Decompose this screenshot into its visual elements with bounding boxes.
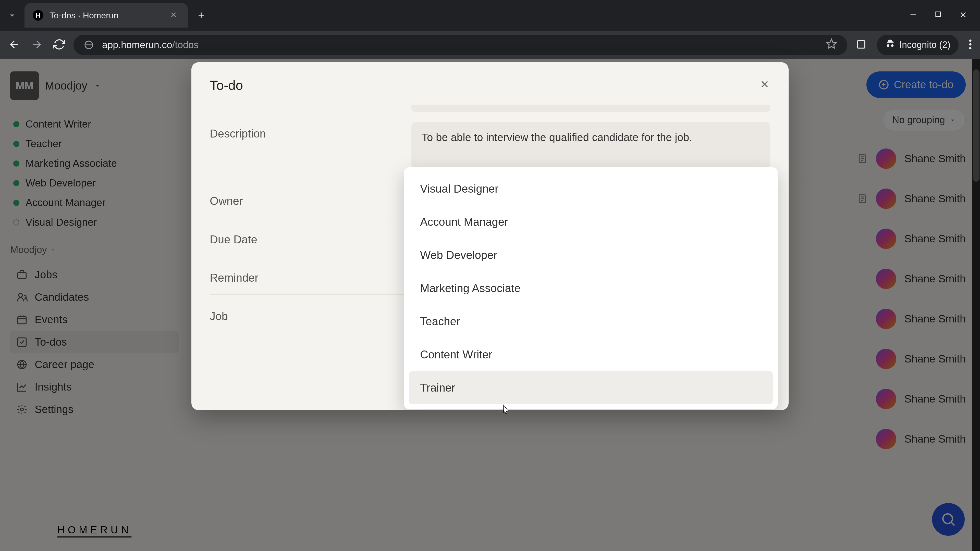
extensions-icon[interactable]: [856, 39, 867, 51]
description-input[interactable]: To be able to interview the qualified ca…: [411, 122, 770, 168]
dropdown-option[interactable]: Trainer: [409, 371, 773, 404]
due-date-label: Due Date: [210, 228, 411, 246]
svg-point-6: [969, 47, 971, 49]
description-label: Description: [210, 122, 411, 140]
modal-header: To-do: [191, 62, 789, 105]
url-path: /todos: [172, 40, 199, 50]
svg-point-5: [969, 43, 971, 45]
maximize-icon[interactable]: [934, 10, 942, 21]
dropdown-option[interactable]: Account Manager: [409, 205, 773, 238]
url-bar[interactable]: app.homerun.co/todos: [73, 35, 847, 55]
svg-rect-0: [936, 12, 941, 17]
window-controls: [908, 10, 976, 21]
svg-rect-3: [857, 41, 865, 48]
tab-search-dropdown[interactable]: [4, 7, 21, 24]
reminder-label: Reminder: [210, 266, 411, 284]
form-row-job: Job Link to job opening Visual DesignerA…: [210, 294, 770, 344]
browser-menu-icon[interactable]: [969, 39, 972, 51]
dropdown-option[interactable]: Marketing Associate: [409, 272, 773, 305]
new-tab-button[interactable]: +: [198, 9, 204, 21]
dropdown-option[interactable]: Content Writer: [409, 338, 773, 371]
svg-marker-2: [827, 39, 836, 48]
modal-title: To-do: [210, 78, 243, 93]
reload-icon[interactable]: [53, 38, 65, 52]
dropdown-option[interactable]: Teacher: [409, 305, 773, 338]
browser-tab[interactable]: H To-dos · Homerun: [24, 3, 188, 27]
modal-close-button[interactable]: [759, 78, 770, 93]
modal-body: Description To be able to interview the …: [191, 105, 789, 354]
minimize-icon[interactable]: [908, 10, 918, 21]
tab-bar: H To-dos · Homerun +: [0, 0, 980, 30]
tab-title: To-dos · Homerun: [49, 11, 118, 21]
app-content: MM Moodjoy Content WriterTeacherMarketin…: [0, 59, 980, 551]
job-label: Job: [210, 305, 411, 323]
url-domain: app.homerun.co: [102, 40, 172, 50]
forward-icon[interactable]: [30, 38, 43, 52]
back-icon[interactable]: [8, 38, 21, 52]
svg-point-4: [969, 40, 971, 42]
incognito-icon: [885, 39, 895, 51]
close-icon: [759, 79, 770, 90]
incognito-badge[interactable]: Incognito (2): [877, 35, 959, 56]
todo-modal: To-do Description To be able to intervie…: [191, 62, 789, 410]
owner-label: Owner: [210, 189, 411, 207]
tab-close-icon[interactable]: [169, 11, 178, 20]
incognito-label: Incognito (2): [899, 40, 950, 50]
close-window-icon[interactable]: [959, 10, 968, 21]
address-bar: app.homerun.co/todos Incognito (2): [0, 30, 980, 59]
job-dropdown: Visual DesignerAccount ManagerWeb Develo…: [404, 167, 778, 410]
browser-chrome: H To-dos · Homerun + app.homerun.co/todo…: [0, 0, 980, 59]
dropdown-option[interactable]: Visual Designer: [409, 172, 773, 205]
tab-favicon: H: [33, 10, 43, 21]
site-info-icon[interactable]: [84, 40, 94, 50]
bookmark-star-icon[interactable]: [826, 38, 837, 52]
dropdown-option[interactable]: Web Developer: [409, 238, 773, 272]
